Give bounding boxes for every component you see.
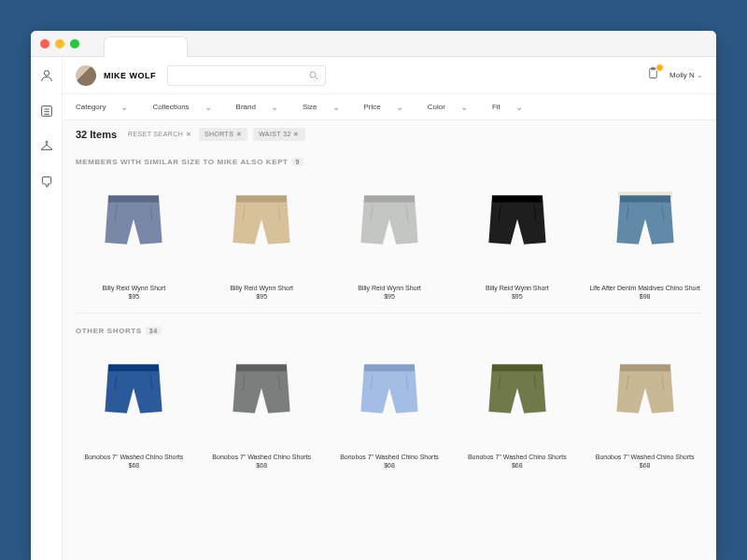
- divider: [76, 313, 703, 314]
- maximize-window-icon[interactable]: [70, 39, 79, 49]
- product-card[interactable]: Bonobos 7" Washed Chino Shorts $68: [204, 344, 320, 469]
- svg-rect-13: [259, 199, 263, 202]
- side-nav: [31, 57, 63, 560]
- product-image: [603, 353, 687, 437]
- close-window-icon[interactable]: [40, 39, 49, 49]
- search-icon: [308, 70, 319, 81]
- filter-color[interactable]: Color: [428, 102, 468, 112]
- product-image: [475, 353, 559, 437]
- product-name: Billy Reid Wynn Short: [76, 284, 192, 292]
- section-count: 34: [146, 327, 162, 335]
- product-price: $68: [76, 462, 192, 469]
- filter-brand[interactable]: Brand: [236, 102, 278, 112]
- svg-point-6: [310, 72, 316, 77]
- product-image: [92, 184, 176, 268]
- product-image: [219, 353, 303, 437]
- clipboard-button[interactable]: [646, 66, 660, 84]
- product-image: [92, 353, 176, 437]
- svg-rect-10: [132, 199, 136, 202]
- product-image: [603, 184, 687, 268]
- thumbs-down-icon: [39, 175, 54, 189]
- product-price: $68: [331, 462, 448, 469]
- product-card[interactable]: Billy Reid Wynn Short $95: [331, 175, 448, 300]
- product-price: $95: [458, 293, 575, 300]
- product-price: $68: [204, 462, 320, 469]
- nav-profile[interactable]: [39, 68, 54, 87]
- notification-badge: [655, 63, 664, 72]
- svg-rect-26: [132, 368, 136, 371]
- list-icon: [39, 104, 54, 119]
- user-avatar[interactable]: [76, 65, 96, 86]
- section-heading: OTHER SHORTS34: [76, 327, 703, 335]
- svg-rect-19: [514, 199, 519, 202]
- top-bar: MIKE WOLF Molly N: [63, 57, 716, 94]
- product-name: Life After Denim Maldives Chino Short: [586, 284, 703, 292]
- svg-point-5: [46, 141, 48, 143]
- product-name: Billy Reid Wynn Short: [204, 284, 320, 292]
- product-card[interactable]: Bonobos 7" Washed Chino Shorts $68: [586, 344, 703, 469]
- product-card[interactable]: Bonobos 7" Washed Chino Shorts $68: [76, 344, 192, 469]
- reset-search[interactable]: RESET SEARCH: [128, 131, 191, 138]
- svg-rect-23: [642, 199, 647, 202]
- product-name: Bonobos 7" Washed Chino Shorts: [586, 453, 703, 461]
- product-image: [475, 184, 559, 268]
- svg-line-7: [316, 77, 318, 79]
- svg-rect-38: [642, 368, 647, 371]
- results-count: 32 Items: [76, 129, 117, 140]
- product-price: $98: [586, 293, 703, 300]
- product-card[interactable]: Billy Reid Wynn Short $95: [76, 175, 192, 300]
- filter-price[interactable]: Price: [364, 102, 403, 112]
- filter-fit[interactable]: Fit: [492, 102, 523, 112]
- product-card[interactable]: Bonobos 7" Washed Chino Shorts $68: [458, 344, 575, 469]
- product-name: Bonobos 7" Washed Chino Shorts: [331, 453, 448, 461]
- filter-category[interactable]: Category: [76, 102, 128, 112]
- nav-list[interactable]: [39, 104, 54, 122]
- chip-bar: 32 Items RESET SEARCH SHORTSWAIST 32: [63, 120, 716, 148]
- product-card[interactable]: Billy Reid Wynn Short $95: [204, 175, 320, 300]
- product-price: $68: [586, 462, 703, 469]
- product-image: [219, 184, 303, 268]
- person-icon: [39, 68, 54, 83]
- filter-chip[interactable]: WAIST 32: [253, 128, 304, 141]
- search-input[interactable]: [167, 65, 326, 86]
- filter-size[interactable]: Size: [303, 102, 340, 112]
- product-name: Billy Reid Wynn Short: [331, 284, 448, 292]
- svg-point-0: [44, 71, 49, 76]
- product-card[interactable]: Life After Denim Maldives Chino Short $9…: [586, 175, 703, 300]
- product-price: $95: [204, 293, 320, 300]
- product-price: $68: [458, 462, 575, 469]
- filter-bar: CategoryCollectionsBrandSizePriceColorFi…: [63, 94, 716, 120]
- svg-rect-16: [387, 199, 391, 202]
- svg-rect-32: [387, 368, 391, 371]
- filter-chip[interactable]: SHORTS: [199, 128, 247, 141]
- section-heading: MEMBERS WITH SIMILAR SIZE TO MIKE ALSO K…: [76, 158, 703, 166]
- product-image: [347, 184, 431, 268]
- browser-tab[interactable]: [104, 36, 188, 57]
- product-card[interactable]: Bonobos 7" Washed Chino Shorts $68: [331, 344, 448, 469]
- account-menu[interactable]: Molly N: [669, 71, 703, 79]
- filter-collections[interactable]: Collections: [152, 102, 211, 112]
- product-name: Bonobos 7" Washed Chino Shorts: [458, 453, 575, 461]
- user-name: MIKE WOLF: [104, 71, 156, 80]
- section-similar: MEMBERS WITH SIMILAR SIZE TO MIKE ALSO K…: [63, 148, 716, 309]
- svg-rect-35: [514, 368, 519, 371]
- nav-closet[interactable]: [39, 139, 54, 158]
- product-name: Bonobos 7" Washed Chino Shorts: [204, 453, 320, 461]
- product-name: Billy Reid Wynn Short: [458, 284, 575, 292]
- product-price: $95: [331, 293, 448, 300]
- section-count: 9: [292, 158, 304, 166]
- product-card[interactable]: Billy Reid Wynn Short $95: [458, 175, 575, 300]
- svg-rect-29: [259, 368, 263, 371]
- hanger-icon: [39, 139, 54, 154]
- product-name: Bonobos 7" Washed Chino Shorts: [76, 453, 192, 461]
- minimize-window-icon[interactable]: [55, 39, 64, 49]
- section-other: OTHER SHORTS34 Bonobos 7" Washed Chino S…: [63, 317, 716, 478]
- product-price: $95: [76, 293, 192, 300]
- product-image: [347, 353, 431, 437]
- nav-dislike[interactable]: [39, 175, 54, 193]
- window-titlebar: [31, 31, 716, 57]
